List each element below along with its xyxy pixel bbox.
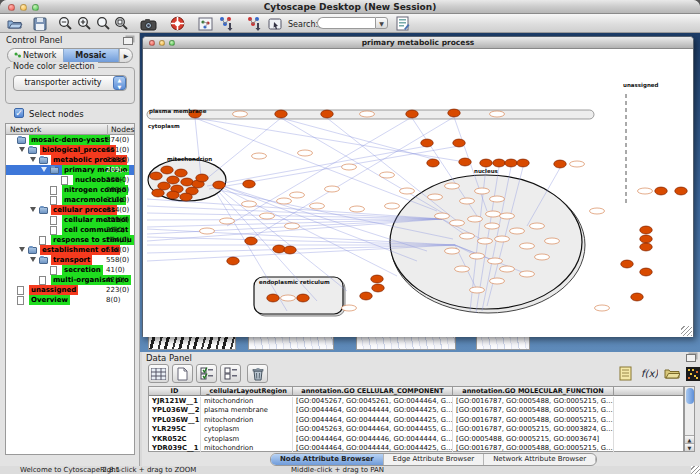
table-cell[interactable]: YJR121W__1 bbox=[149, 397, 201, 406]
network-node[interactable] bbox=[200, 228, 215, 234]
network-node[interactable] bbox=[450, 220, 465, 226]
network-node[interactable] bbox=[478, 238, 493, 244]
app-resize-grip[interactable] bbox=[691, 466, 700, 474]
tree-row[interactable]: metabolic process280(0) bbox=[6, 155, 134, 165]
network-node[interactable] bbox=[406, 110, 418, 118]
save-button[interactable] bbox=[31, 15, 49, 32]
network-node[interactable] bbox=[273, 245, 285, 253]
network-node[interactable] bbox=[275, 110, 287, 118]
network-node[interactable] bbox=[427, 159, 439, 167]
tab-network[interactable]: Network bbox=[8, 49, 63, 62]
network-node[interactable] bbox=[260, 213, 275, 219]
zoom-fit-button[interactable] bbox=[112, 15, 130, 32]
table-cell[interactable]: cytoplasm bbox=[201, 435, 293, 444]
table-cell[interactable]: [GO:0044464, GO:0044444, GO:0044425, G..… bbox=[293, 416, 453, 425]
network-node[interactable] bbox=[520, 271, 535, 277]
network-node[interactable] bbox=[640, 243, 652, 251]
network-node[interactable] bbox=[181, 178, 193, 186]
zoom-window-button[interactable] bbox=[169, 40, 175, 46]
tab-network-attribute-browser[interactable]: Network Attribute Browser bbox=[484, 454, 596, 465]
table-cell[interactable]: [GO:0016787, GO:0005488, GO:0005215, G..… bbox=[453, 406, 614, 415]
network-node[interactable] bbox=[638, 188, 653, 194]
select-nodes-checkbox[interactable]: ✓ bbox=[14, 108, 24, 118]
network-node[interactable] bbox=[460, 233, 475, 239]
tree-row[interactable]: cellular process614(0) bbox=[6, 205, 134, 215]
tab-mosaic[interactable]: Mosaic bbox=[63, 49, 120, 62]
network-node[interactable] bbox=[290, 192, 305, 198]
node-color-combobox[interactable]: transporter activity bbox=[13, 75, 127, 91]
network-node[interactable] bbox=[421, 139, 433, 147]
network-node[interactable] bbox=[233, 111, 248, 117]
network-node[interactable] bbox=[220, 218, 235, 224]
table-cell[interactable]: mitochondrion bbox=[201, 444, 293, 453]
minimize-button[interactable] bbox=[159, 40, 165, 46]
network-node[interactable] bbox=[640, 235, 652, 243]
delete-attribute-button[interactable] bbox=[247, 364, 268, 383]
disclosure-triangle-icon[interactable] bbox=[30, 207, 36, 212]
table-cell[interactable]: YPL036W__1 bbox=[149, 416, 201, 425]
network-node[interactable] bbox=[517, 159, 529, 167]
network-node[interactable] bbox=[505, 159, 517, 167]
column-header[interactable]: annotation.GO MOLECULAR_FUNCTION bbox=[453, 387, 614, 396]
table-cell[interactable]: cytoplasm bbox=[201, 425, 293, 434]
network-node[interactable] bbox=[530, 223, 545, 229]
network-node[interactable] bbox=[455, 266, 470, 272]
tree-row[interactable]: response to stimulu264(0) bbox=[6, 235, 134, 245]
snapshot-button[interactable] bbox=[139, 15, 157, 32]
network-node[interactable] bbox=[520, 243, 535, 249]
tree-row[interactable]: cell communicat22(0) bbox=[6, 225, 134, 235]
close-button[interactable] bbox=[149, 40, 155, 46]
network-node[interactable] bbox=[490, 111, 505, 117]
network-node[interactable] bbox=[342, 164, 357, 170]
table-cell[interactable]: [GO:0016787, GO:0005488, GO:0005215, G..… bbox=[453, 416, 614, 425]
tree-row[interactable]: multi-organism pro42(0) bbox=[6, 275, 134, 285]
network-node[interactable] bbox=[495, 236, 510, 242]
tree-row[interactable]: secretion41(0) bbox=[6, 265, 134, 275]
zoom-selected-button[interactable] bbox=[94, 15, 112, 32]
network-node[interactable] bbox=[243, 180, 255, 188]
open-button[interactable] bbox=[6, 15, 24, 32]
scrollbar-thumb[interactable] bbox=[686, 388, 694, 404]
network-node[interactable] bbox=[227, 257, 239, 265]
window-resize-grip[interactable] bbox=[681, 326, 692, 336]
tree-row[interactable]: biological_process651(0) bbox=[6, 145, 134, 155]
tab-node-attribute-browser[interactable]: Node Attribute Browser bbox=[271, 454, 384, 465]
disclosure-triangle-icon[interactable] bbox=[19, 247, 25, 252]
network-node[interactable] bbox=[510, 228, 525, 234]
app-titlebar[interactable]: Cytoscape Desktop (New Session) bbox=[0, 0, 700, 14]
network-node[interactable] bbox=[486, 211, 501, 217]
zoom-in-button[interactable] bbox=[75, 15, 93, 32]
tree-header[interactable]: Network Nodes bbox=[6, 124, 134, 135]
zoom-out-button[interactable] bbox=[56, 15, 74, 32]
disclosure-triangle-icon[interactable] bbox=[19, 147, 25, 152]
network-node[interactable] bbox=[196, 174, 208, 182]
network-node[interactable] bbox=[445, 248, 460, 254]
network-node[interactable] bbox=[468, 216, 483, 222]
network-node[interactable] bbox=[570, 161, 585, 167]
table-cell[interactable]: [GO:0016787, GO:0005215, GO:0003824, G..… bbox=[453, 425, 614, 434]
table-cell[interactable]: [GO:0044464, GO:0044444, GO:0044425, G..… bbox=[293, 406, 453, 415]
network-node[interactable] bbox=[545, 238, 560, 244]
table-cell[interactable]: YLR295C bbox=[149, 425, 201, 434]
disclosure-triangle-icon[interactable] bbox=[30, 157, 36, 162]
tree-row[interactable]: macromolecule311(0) bbox=[6, 195, 134, 205]
float-panel-icon[interactable] bbox=[686, 354, 696, 362]
tab-overflow-arrow[interactable]: ▶ bbox=[119, 49, 132, 62]
network-node[interactable] bbox=[175, 169, 187, 177]
network-node[interactable] bbox=[500, 266, 515, 272]
network-node[interactable] bbox=[493, 159, 505, 167]
tree-row[interactable]: Overview8(0) bbox=[6, 295, 134, 305]
network-node[interactable] bbox=[428, 194, 443, 200]
column-header[interactable]: annotation.GO CELLULAR_COMPONENT bbox=[293, 387, 453, 396]
network-node[interactable] bbox=[285, 223, 300, 229]
float-panel-icon[interactable] bbox=[123, 37, 133, 45]
network-node[interactable] bbox=[470, 287, 485, 293]
network-node[interactable] bbox=[385, 203, 400, 209]
network-node[interactable] bbox=[535, 254, 550, 260]
tree-row[interactable]: nucleobase-209(0) bbox=[6, 175, 134, 185]
network-node[interactable] bbox=[310, 203, 325, 209]
network-node[interactable] bbox=[554, 160, 566, 168]
table-cell[interactable]: [GO:0045267, GO:0045261, GO:0044464, G..… bbox=[293, 397, 453, 406]
table-cell[interactable]: YKR052C bbox=[149, 435, 201, 444]
network-node[interactable] bbox=[460, 198, 475, 204]
